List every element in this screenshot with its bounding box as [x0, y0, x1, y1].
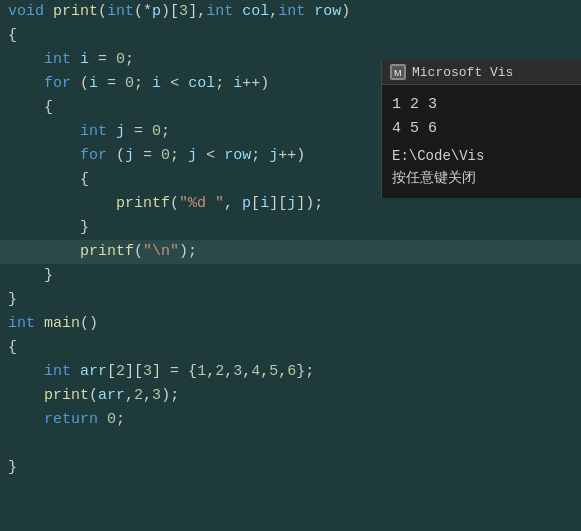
code-line-19 [0, 432, 581, 456]
code-line-20: } [0, 456, 581, 480]
code-line-17: print(arr,2,3); [0, 384, 581, 408]
terminal-output-line-2: 4 5 6 [392, 117, 571, 141]
code-editor: void print(int(*p)[3],int col,int row) {… [0, 0, 581, 531]
terminal-title: Microsoft Vis [412, 65, 513, 80]
terminal-body: 1 2 3 4 5 6 E:\Code\Vis 按任意键关闭 [382, 85, 581, 198]
terminal-titlebar: M Microsoft Vis [382, 60, 581, 85]
code-line-14: int main() [0, 312, 581, 336]
svg-text:M: M [394, 68, 402, 78]
code-line-10: } [0, 216, 581, 240]
terminal-window: M Microsoft Vis 1 2 3 4 5 6 E:\Code\Vis … [381, 60, 581, 198]
code-line-12: } [0, 264, 581, 288]
terminal-output-line-1: 1 2 3 [392, 93, 571, 117]
terminal-path: E:\Code\Vis [392, 145, 571, 167]
code-line-2: { [0, 24, 581, 48]
code-line-15: { [0, 336, 581, 360]
terminal-prompt: 按任意键关闭 [392, 167, 571, 189]
code-line-1: void print(int(*p)[3],int col,int row) [0, 0, 581, 24]
fn-print: print [53, 0, 98, 24]
code-line-13: } [0, 288, 581, 312]
code-line-16: int arr[2][3] = {1,2,3,4,5,6}; [0, 360, 581, 384]
code-line-11: printf("\n"); [0, 240, 581, 264]
code-line-18: return 0; [0, 408, 581, 432]
terminal-app-icon: M [390, 64, 406, 80]
keyword-void: void [8, 0, 53, 24]
